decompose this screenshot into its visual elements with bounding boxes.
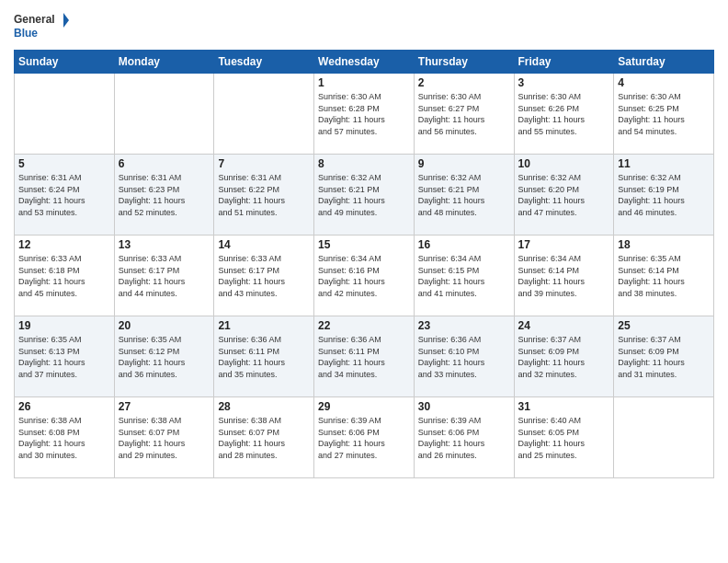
calendar-cell: 23Sunrise: 6:36 AM Sunset: 6:10 PM Dayli…: [414, 316, 514, 397]
day-info: Sunrise: 6:36 AM Sunset: 6:10 PM Dayligh…: [418, 334, 510, 380]
calendar-cell: 17Sunrise: 6:34 AM Sunset: 6:14 PM Dayli…: [514, 236, 614, 316]
calendar-cell: 5Sunrise: 6:31 AM Sunset: 6:24 PM Daylig…: [15, 155, 115, 236]
calendar-cell: 27Sunrise: 6:38 AM Sunset: 6:07 PM Dayli…: [114, 397, 214, 478]
day-info: Sunrise: 6:30 AM Sunset: 6:28 PM Dayligh…: [318, 91, 410, 137]
svg-text:General: General: [14, 13, 55, 26]
calendar-cell: 13Sunrise: 6:33 AM Sunset: 6:17 PM Dayli…: [114, 236, 214, 316]
day-info: Sunrise: 6:38 AM Sunset: 6:07 PM Dayligh…: [119, 415, 210, 461]
calendar-cell: 6Sunrise: 6:31 AM Sunset: 6:23 PM Daylig…: [114, 155, 214, 236]
calendar-cell: 15Sunrise: 6:34 AM Sunset: 6:16 PM Dayli…: [314, 236, 415, 316]
calendar-cell: 26Sunrise: 6:38 AM Sunset: 6:08 PM Dayli…: [15, 397, 115, 478]
day-number: 8: [318, 157, 410, 170]
week-row-1: 5Sunrise: 6:31 AM Sunset: 6:24 PM Daylig…: [15, 155, 714, 236]
day-number: 31: [518, 400, 610, 413]
day-number: 20: [119, 319, 210, 332]
calendar-cell: 24Sunrise: 6:37 AM Sunset: 6:09 PM Dayli…: [514, 316, 614, 397]
calendar-cell: 19Sunrise: 6:35 AM Sunset: 6:13 PM Dayli…: [15, 316, 115, 397]
day-info: Sunrise: 6:31 AM Sunset: 6:24 PM Dayligh…: [18, 172, 110, 218]
calendar-cell: 9Sunrise: 6:32 AM Sunset: 6:21 PM Daylig…: [414, 155, 514, 236]
calendar-cell: 31Sunrise: 6:40 AM Sunset: 6:05 PM Dayli…: [514, 397, 614, 478]
calendar-cell: 1Sunrise: 6:30 AM Sunset: 6:28 PM Daylig…: [314, 74, 415, 155]
day-number: 17: [518, 238, 610, 251]
day-number: 26: [18, 400, 110, 413]
calendar-cell: 29Sunrise: 6:39 AM Sunset: 6:06 PM Dayli…: [314, 397, 415, 478]
day-info: Sunrise: 6:34 AM Sunset: 6:14 PM Dayligh…: [518, 253, 610, 299]
svg-text:Blue: Blue: [14, 27, 38, 40]
day-number: 18: [618, 238, 710, 251]
day-number: 12: [18, 238, 110, 251]
week-row-3: 19Sunrise: 6:35 AM Sunset: 6:13 PM Dayli…: [15, 316, 714, 397]
calendar-cell: 28Sunrise: 6:38 AM Sunset: 6:07 PM Dayli…: [214, 397, 314, 478]
page: General Blue Sunday Monday Tuesday Wedne…: [0, 0, 728, 563]
day-info: Sunrise: 6:36 AM Sunset: 6:11 PM Dayligh…: [318, 334, 410, 380]
col-saturday: Saturday: [614, 51, 714, 74]
day-number: 15: [318, 238, 410, 251]
day-info: Sunrise: 6:37 AM Sunset: 6:09 PM Dayligh…: [518, 334, 610, 380]
calendar-cell: 20Sunrise: 6:35 AM Sunset: 6:12 PM Dayli…: [114, 316, 214, 397]
day-info: Sunrise: 6:34 AM Sunset: 6:16 PM Dayligh…: [318, 253, 410, 299]
calendar-cell: 11Sunrise: 6:32 AM Sunset: 6:19 PM Dayli…: [614, 155, 714, 236]
logo-svg: General Blue: [14, 9, 69, 42]
header-row: Sunday Monday Tuesday Wednesday Thursday…: [15, 51, 714, 74]
day-info: Sunrise: 6:33 AM Sunset: 6:18 PM Dayligh…: [18, 253, 110, 299]
calendar-cell: 22Sunrise: 6:36 AM Sunset: 6:11 PM Dayli…: [314, 316, 415, 397]
col-sunday: Sunday: [15, 51, 115, 74]
day-number: 11: [618, 157, 710, 170]
calendar-cell: [214, 74, 314, 155]
calendar-cell: [15, 74, 115, 155]
day-number: 21: [218, 319, 310, 332]
day-info: Sunrise: 6:39 AM Sunset: 6:06 PM Dayligh…: [318, 415, 410, 461]
calendar-cell: 12Sunrise: 6:33 AM Sunset: 6:18 PM Dayli…: [15, 236, 115, 316]
day-info: Sunrise: 6:38 AM Sunset: 6:08 PM Dayligh…: [18, 415, 110, 461]
day-info: Sunrise: 6:32 AM Sunset: 6:21 PM Dayligh…: [418, 172, 510, 218]
day-info: Sunrise: 6:31 AM Sunset: 6:23 PM Dayligh…: [119, 172, 210, 218]
day-info: Sunrise: 6:31 AM Sunset: 6:22 PM Dayligh…: [218, 172, 310, 218]
day-info: Sunrise: 6:33 AM Sunset: 6:17 PM Dayligh…: [218, 253, 310, 299]
day-number: 27: [119, 400, 210, 413]
week-row-0: 1Sunrise: 6:30 AM Sunset: 6:28 PM Daylig…: [15, 74, 714, 155]
day-number: 1: [318, 76, 410, 89]
calendar-cell: [614, 397, 714, 478]
day-number: 14: [218, 238, 310, 251]
day-info: Sunrise: 6:35 AM Sunset: 6:14 PM Dayligh…: [618, 253, 710, 299]
day-info: Sunrise: 6:33 AM Sunset: 6:17 PM Dayligh…: [119, 253, 210, 299]
day-number: 25: [618, 319, 710, 332]
calendar-cell: 3Sunrise: 6:30 AM Sunset: 6:26 PM Daylig…: [514, 74, 614, 155]
calendar-cell: 4Sunrise: 6:30 AM Sunset: 6:25 PM Daylig…: [614, 74, 714, 155]
header: General Blue: [14, 9, 714, 42]
day-number: 7: [218, 157, 310, 170]
calendar-cell: [114, 74, 214, 155]
day-number: 3: [518, 76, 610, 89]
calendar-cell: 2Sunrise: 6:30 AM Sunset: 6:27 PM Daylig…: [414, 74, 514, 155]
day-info: Sunrise: 6:30 AM Sunset: 6:25 PM Dayligh…: [618, 91, 710, 137]
day-info: Sunrise: 6:32 AM Sunset: 6:19 PM Dayligh…: [618, 172, 710, 218]
day-number: 9: [418, 157, 510, 170]
day-info: Sunrise: 6:39 AM Sunset: 6:06 PM Dayligh…: [418, 415, 510, 461]
col-thursday: Thursday: [414, 51, 514, 74]
day-number: 4: [618, 76, 710, 89]
day-number: 2: [418, 76, 510, 89]
col-wednesday: Wednesday: [314, 51, 415, 74]
day-info: Sunrise: 6:32 AM Sunset: 6:20 PM Dayligh…: [518, 172, 610, 218]
day-number: 24: [518, 319, 610, 332]
week-row-4: 26Sunrise: 6:38 AM Sunset: 6:08 PM Dayli…: [15, 397, 714, 478]
day-info: Sunrise: 6:30 AM Sunset: 6:26 PM Dayligh…: [518, 91, 610, 137]
col-friday: Friday: [514, 51, 614, 74]
day-info: Sunrise: 6:36 AM Sunset: 6:11 PM Dayligh…: [218, 334, 310, 380]
calendar-cell: 18Sunrise: 6:35 AM Sunset: 6:14 PM Dayli…: [614, 236, 714, 316]
calendar-cell: 21Sunrise: 6:36 AM Sunset: 6:11 PM Dayli…: [214, 316, 314, 397]
day-info: Sunrise: 6:38 AM Sunset: 6:07 PM Dayligh…: [218, 415, 310, 461]
calendar-cell: 25Sunrise: 6:37 AM Sunset: 6:09 PM Dayli…: [614, 316, 714, 397]
day-number: 30: [418, 400, 510, 413]
day-number: 29: [318, 400, 410, 413]
calendar-cell: 8Sunrise: 6:32 AM Sunset: 6:21 PM Daylig…: [314, 155, 415, 236]
calendar-table: Sunday Monday Tuesday Wednesday Thursday…: [14, 50, 714, 478]
day-info: Sunrise: 6:30 AM Sunset: 6:27 PM Dayligh…: [418, 91, 510, 137]
day-info: Sunrise: 6:37 AM Sunset: 6:09 PM Dayligh…: [618, 334, 710, 380]
calendar-cell: 7Sunrise: 6:31 AM Sunset: 6:22 PM Daylig…: [214, 155, 314, 236]
col-tuesday: Tuesday: [214, 51, 314, 74]
day-info: Sunrise: 6:35 AM Sunset: 6:13 PM Dayligh…: [18, 334, 110, 380]
day-number: 23: [418, 319, 510, 332]
day-number: 6: [119, 157, 210, 170]
day-number: 16: [418, 238, 510, 251]
